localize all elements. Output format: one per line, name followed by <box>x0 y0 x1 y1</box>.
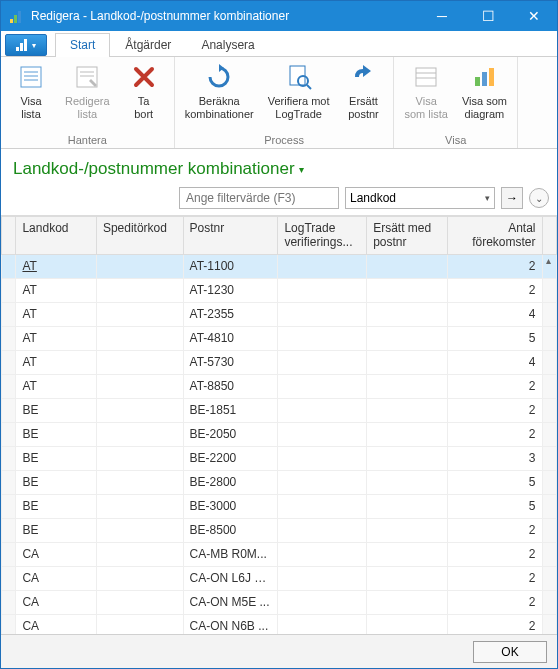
cell-speditorkod[interactable] <box>96 302 183 326</box>
col-logtrade[interactable]: LogTrade verifierings... <box>278 217 367 255</box>
visa-som-lista-button[interactable]: Visa som lista <box>400 59 451 122</box>
cell-ersatt[interactable] <box>367 398 447 422</box>
cell-antal[interactable]: 2 <box>447 590 542 614</box>
cell-ersatt[interactable] <box>367 302 447 326</box>
cell-landkod[interactable]: BE <box>16 422 96 446</box>
cell-speditorkod[interactable] <box>96 566 183 590</box>
cell-postnr[interactable]: AT-1230 <box>183 278 278 302</box>
cell-landkod[interactable]: BE <box>16 518 96 542</box>
cell-speditorkod[interactable] <box>96 494 183 518</box>
row-handle[interactable] <box>2 446 16 470</box>
cell-speditorkod[interactable] <box>96 422 183 446</box>
cell-postnr[interactable]: BE-8500 <box>183 518 278 542</box>
berakna-button[interactable]: Beräkna kombinationer <box>181 59 258 122</box>
cell-logtrade[interactable] <box>278 422 367 446</box>
row-handle[interactable] <box>2 374 16 398</box>
table-row[interactable]: ATAT-88502 <box>2 374 557 398</box>
cell-landkod[interactable]: CA <box>16 614 96 634</box>
cell-antal[interactable]: 2 <box>447 254 542 278</box>
cell-landkod[interactable]: BE <box>16 470 96 494</box>
cell-landkod[interactable]: AT <box>16 254 96 278</box>
cell-ersatt[interactable] <box>367 446 447 470</box>
cell-postnr[interactable]: BE-3000 <box>183 494 278 518</box>
cell-logtrade[interactable] <box>278 470 367 494</box>
cell-ersatt[interactable] <box>367 518 447 542</box>
table-row[interactable]: CACA-ON M5E ...2 <box>2 590 557 614</box>
close-button[interactable]: ✕ <box>511 1 557 31</box>
cell-postnr[interactable]: BE-2200 <box>183 446 278 470</box>
tab-actions[interactable]: Åtgärder <box>110 33 186 57</box>
col-landkod[interactable]: Landkod <box>16 217 96 255</box>
redigera-lista-button[interactable]: Redigera lista <box>61 59 114 122</box>
cell-ersatt[interactable] <box>367 254 447 278</box>
row-handle[interactable] <box>2 542 16 566</box>
table-row[interactable]: CACA-MB R0M...2 <box>2 542 557 566</box>
cell-speditorkod[interactable] <box>96 470 183 494</box>
cell-speditorkod[interactable] <box>96 542 183 566</box>
cell-antal[interactable]: 5 <box>447 470 542 494</box>
cell-antal[interactable]: 5 <box>447 494 542 518</box>
cell-speditorkod[interactable] <box>96 278 183 302</box>
table-row[interactable]: CACA-ON N6B ...2 <box>2 614 557 634</box>
col-ersatt[interactable]: Ersätt med postnr <box>367 217 447 255</box>
row-handle[interactable] <box>2 278 16 302</box>
filter-field-combo[interactable]: Landkod ▾ <box>345 187 495 209</box>
cell-landkod[interactable]: AT <box>16 278 96 302</box>
row-handle[interactable] <box>2 590 16 614</box>
cell-antal[interactable]: 4 <box>447 302 542 326</box>
cell-antal[interactable]: 2 <box>447 542 542 566</box>
table-row[interactable]: ATAT-23554 <box>2 302 557 326</box>
cell-postnr[interactable]: CA-ON M5E ... <box>183 590 278 614</box>
cell-ersatt[interactable] <box>367 350 447 374</box>
filter-go-button[interactable]: → <box>501 187 523 209</box>
visa-lista-button[interactable]: Visa lista <box>7 59 55 122</box>
cell-speditorkod[interactable] <box>96 254 183 278</box>
cell-antal[interactable]: 2 <box>447 566 542 590</box>
cell-speditorkod[interactable] <box>96 518 183 542</box>
row-handle[interactable] <box>2 566 16 590</box>
row-handle[interactable] <box>2 422 16 446</box>
row-handle[interactable] <box>2 470 16 494</box>
cell-logtrade[interactable] <box>278 278 367 302</box>
table-row[interactable]: ATAT-57304 <box>2 350 557 374</box>
table-row[interactable]: ATAT-12302 <box>2 278 557 302</box>
verifiera-button[interactable]: Verifiera mot LogTrade <box>264 59 334 122</box>
cell-speditorkod[interactable] <box>96 350 183 374</box>
cell-postnr[interactable]: BE-2800 <box>183 470 278 494</box>
expand-button[interactable]: ⌄ <box>529 188 549 208</box>
cell-ersatt[interactable] <box>367 470 447 494</box>
table-row[interactable]: BEBE-28005 <box>2 470 557 494</box>
cell-antal[interactable]: 2 <box>447 398 542 422</box>
cell-logtrade[interactable] <box>278 374 367 398</box>
cell-speditorkod[interactable] <box>96 398 183 422</box>
cell-postnr[interactable]: BE-1851 <box>183 398 278 422</box>
cell-ersatt[interactable] <box>367 278 447 302</box>
cell-landkod[interactable]: CA <box>16 542 96 566</box>
cell-postnr[interactable]: AT-2355 <box>183 302 278 326</box>
ok-button[interactable]: OK <box>473 641 547 663</box>
cell-ersatt[interactable] <box>367 542 447 566</box>
tab-analyze[interactable]: Analysera <box>186 33 269 57</box>
cell-postnr[interactable]: CA-ON N6B ... <box>183 614 278 634</box>
cell-landkod[interactable]: AT <box>16 350 96 374</box>
cell-logtrade[interactable] <box>278 254 367 278</box>
cell-ersatt[interactable] <box>367 326 447 350</box>
minimize-button[interactable]: ─ <box>419 1 465 31</box>
cell-postnr[interactable]: CA-MB R0M... <box>183 542 278 566</box>
cell-postnr[interactable]: AT-1100 <box>183 254 278 278</box>
table-row[interactable]: ATAT-48105 <box>2 326 557 350</box>
row-handle[interactable] <box>2 614 16 634</box>
row-handle[interactable] <box>2 326 16 350</box>
cell-postnr[interactable]: AT-4810 <box>183 326 278 350</box>
cell-postnr[interactable]: BE-2050 <box>183 422 278 446</box>
cell-ersatt[interactable] <box>367 374 447 398</box>
cell-landkod[interactable]: BE <box>16 446 96 470</box>
table-row[interactable]: BEBE-22003 <box>2 446 557 470</box>
row-handle[interactable] <box>2 254 16 278</box>
cell-ersatt[interactable] <box>367 494 447 518</box>
cell-logtrade[interactable] <box>278 614 367 634</box>
cell-logtrade[interactable] <box>278 590 367 614</box>
cell-logtrade[interactable] <box>278 566 367 590</box>
table-row[interactable]: BEBE-18512 <box>2 398 557 422</box>
cell-antal[interactable]: 5 <box>447 326 542 350</box>
